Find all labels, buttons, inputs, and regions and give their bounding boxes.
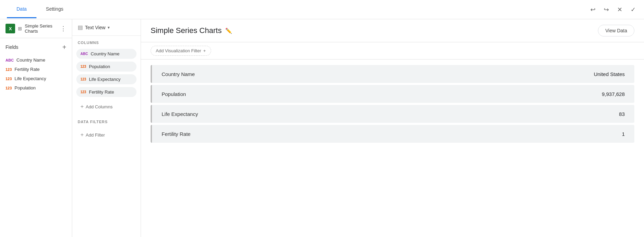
field-item-fertility: 123 Fertility Rate: [6, 65, 66, 74]
check-icon[interactable]: ✓: [629, 4, 637, 15]
data-row-population: Population 9,937,628: [151, 85, 634, 103]
view-selector[interactable]: ▤ Text View ▾: [72, 19, 141, 36]
view-selector-label: Text View: [85, 25, 106, 30]
data-table: Country Name United States Population 9,…: [141, 60, 644, 237]
data-row-value-fertility: 1: [622, 131, 625, 137]
col-type-abc: ABC: [80, 52, 88, 56]
data-row-label-country: Country Name: [162, 71, 195, 77]
add-filter-button[interactable]: + Add Filter: [76, 129, 137, 140]
add-columns-icon: +: [80, 104, 84, 110]
view-data-button[interactable]: View Data: [598, 25, 634, 36]
data-row-value-population: 9,937,628: [602, 91, 625, 97]
add-field-button[interactable]: +: [62, 44, 66, 51]
tab-settings[interactable]: Settings: [36, 1, 73, 18]
col-type-123-life: 123: [80, 77, 86, 81]
main-layout: X ⊞ Simple Series Charts ⋮ Fields + ABC …: [0, 19, 644, 237]
field-label-fertility: Fertility Rate: [14, 67, 40, 72]
field-type-123-population: 123: [6, 86, 12, 90]
add-filter-label: Add Filter: [86, 132, 105, 138]
top-tabs: Data Settings: [7, 1, 73, 18]
more-options-icon[interactable]: ⋮: [60, 25, 66, 32]
data-row-country: Country Name United States: [151, 65, 634, 83]
column-pill-population[interactable]: 123 Population: [76, 62, 137, 72]
add-viz-filter-label: Add Visualization Filter: [156, 48, 201, 53]
field-item-country: ABC Country Name: [6, 55, 66, 65]
filter-bar: Add Visualization Filter +: [141, 42, 644, 60]
col-type-123-fert: 123: [80, 90, 86, 94]
chevron-down-icon: ▾: [108, 25, 110, 30]
add-columns-button[interactable]: + Add Columns: [76, 101, 137, 112]
field-item-life: 123 Life Expectancy: [6, 74, 66, 83]
redo-icon[interactable]: ↪: [602, 4, 610, 15]
right-header: Simple Series Charts ✏️ View Data: [141, 19, 644, 42]
excel-icon: X: [6, 24, 15, 33]
field-type-abc-country: ABC: [6, 58, 14, 62]
top-bar: Data Settings ↩ ↪ ✕ ✓: [0, 0, 644, 19]
data-row-label-life: Life Expectancy: [162, 111, 198, 117]
middle-panel: ▤ Text View ▾ COLUMNS ABC Country Name 1…: [72, 19, 141, 237]
data-row-life: Life Expectancy 83: [151, 105, 634, 123]
column-pill-country[interactable]: ABC Country Name: [76, 49, 137, 59]
tab-data[interactable]: Data: [7, 1, 36, 18]
add-viz-filter-button[interactable]: Add Visualization Filter +: [151, 46, 211, 56]
data-filters-label: DATA FILTERS: [72, 115, 141, 127]
add-filter-icon: +: [80, 132, 84, 138]
column-pill-fertility[interactable]: 123 Fertility Rate: [76, 87, 137, 97]
field-label-population: Population: [14, 85, 35, 90]
data-row-label-fertility: Fertility Rate: [162, 131, 190, 137]
field-label-country: Country Name: [17, 57, 45, 63]
table-icon: ⊞: [18, 26, 22, 31]
data-row-label-population: Population: [162, 91, 186, 97]
edit-title-icon[interactable]: ✏️: [225, 28, 232, 34]
view-selector-icon: ▤: [78, 24, 83, 31]
datasource-name: Simple Series Charts: [25, 23, 57, 34]
add-columns-label: Add Columns: [86, 104, 112, 109]
left-panel: X ⊞ Simple Series Charts ⋮ Fields + ABC …: [0, 19, 72, 237]
columns-section-label: COLUMNS: [72, 36, 141, 47]
undo-icon[interactable]: ↩: [589, 4, 597, 15]
close-icon[interactable]: ✕: [616, 4, 624, 15]
col-label-population: Population: [89, 64, 110, 69]
col-label-life: Life Expectancy: [89, 77, 121, 82]
fields-header: Fields +: [6, 44, 66, 51]
column-pill-life[interactable]: 123 Life Expectancy: [76, 74, 137, 84]
col-label-fertility: Fertility Rate: [89, 89, 114, 95]
col-type-123-pop: 123: [80, 65, 86, 68]
chart-title: Simple Series Charts: [151, 26, 222, 35]
field-item-population: 123 Population: [6, 83, 66, 93]
field-type-123-fertility: 123: [6, 67, 12, 72]
right-panel: Simple Series Charts ✏️ View Data Add Vi…: [141, 19, 644, 237]
col-label-country: Country Name: [91, 51, 120, 56]
fields-section: Fields + ABC Country Name 123 Fertility …: [0, 38, 72, 98]
add-viz-filter-icon: +: [203, 48, 206, 53]
fields-title: Fields: [6, 44, 18, 50]
top-bar-actions: ↩ ↪ ✕ ✓: [589, 4, 637, 15]
field-label-life: Life Expectancy: [14, 76, 46, 81]
field-type-123-life: 123: [6, 77, 12, 81]
chart-title-area: Simple Series Charts ✏️: [151, 26, 232, 35]
data-row-fertility: Fertility Rate 1: [151, 125, 634, 143]
data-row-value-life: 83: [619, 111, 625, 117]
data-row-value-country: United States: [594, 71, 625, 77]
left-panel-header: X ⊞ Simple Series Charts ⋮: [0, 19, 72, 38]
